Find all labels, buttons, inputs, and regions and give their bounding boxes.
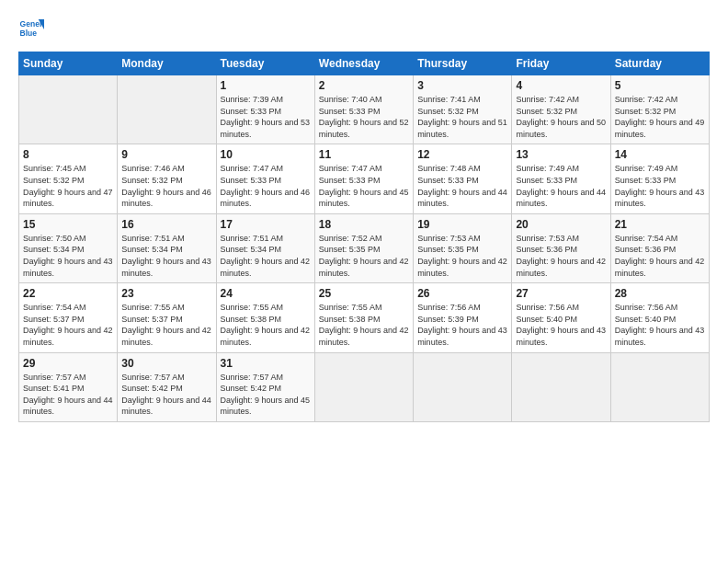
day-info: Sunrise: 7:39 AMSunset: 5:33 PMDaylight:…	[221, 94, 311, 140]
day-info: Sunrise: 7:42 AMSunset: 5:32 PMDaylight:…	[615, 94, 705, 140]
day-info: Sunrise: 7:50 AMSunset: 5:34 PMDaylight:…	[23, 233, 113, 279]
day-number: 3	[417, 79, 507, 92]
weekday-header-thursday: Thursday	[414, 52, 512, 75]
calendar-cell: 20Sunrise: 7:53 AMSunset: 5:36 PMDayligh…	[512, 213, 610, 282]
day-info: Sunrise: 7:41 AMSunset: 5:32 PMDaylight:…	[417, 94, 507, 140]
day-number: 2	[319, 79, 409, 92]
logo: General Blue	[18, 17, 48, 42]
calendar-cell: 17Sunrise: 7:51 AMSunset: 5:34 PMDayligh…	[216, 213, 314, 282]
calendar-cell: 14Sunrise: 7:49 AMSunset: 5:33 PMDayligh…	[610, 144, 709, 213]
day-info: Sunrise: 7:51 AMSunset: 5:34 PMDaylight:…	[121, 233, 211, 279]
day-number: 19	[417, 218, 507, 231]
calendar-week-3: 15Sunrise: 7:50 AMSunset: 5:34 PMDayligh…	[19, 213, 710, 282]
calendar-cell: 16Sunrise: 7:51 AMSunset: 5:34 PMDayligh…	[118, 213, 216, 282]
day-number: 30	[121, 357, 211, 370]
day-number: 22	[23, 287, 113, 300]
calendar-cell: 4Sunrise: 7:42 AMSunset: 5:32 PMDaylight…	[512, 75, 610, 144]
day-number: 21	[615, 218, 705, 231]
weekday-header-row: SundayMondayTuesdayWednesdayThursdayFrid…	[19, 52, 710, 75]
calendar-cell	[314, 352, 413, 421]
day-number: 8	[23, 148, 113, 161]
calendar-cell: 21Sunrise: 7:54 AMSunset: 5:36 PMDayligh…	[610, 213, 709, 282]
day-number: 25	[319, 287, 409, 300]
calendar-week-4: 22Sunrise: 7:54 AMSunset: 5:37 PMDayligh…	[19, 283, 710, 352]
calendar-cell: 23Sunrise: 7:55 AMSunset: 5:37 PMDayligh…	[118, 283, 216, 352]
day-number: 27	[516, 287, 606, 300]
calendar-week-1: 1Sunrise: 7:39 AMSunset: 5:33 PMDaylight…	[19, 75, 710, 144]
calendar-cell: 3Sunrise: 7:41 AMSunset: 5:32 PMDaylight…	[414, 75, 512, 144]
calendar-cell: 25Sunrise: 7:55 AMSunset: 5:38 PMDayligh…	[314, 283, 413, 352]
calendar-cell	[414, 352, 512, 421]
day-info: Sunrise: 7:47 AMSunset: 5:33 PMDaylight:…	[319, 163, 409, 209]
day-info: Sunrise: 7:46 AMSunset: 5:32 PMDaylight:…	[121, 163, 211, 209]
calendar-cell: 11Sunrise: 7:47 AMSunset: 5:33 PMDayligh…	[314, 144, 413, 213]
day-info: Sunrise: 7:53 AMSunset: 5:35 PMDaylight:…	[417, 233, 507, 279]
day-number: 9	[121, 148, 211, 161]
day-number: 15	[23, 218, 113, 231]
day-info: Sunrise: 7:55 AMSunset: 5:38 PMDaylight:…	[221, 302, 311, 348]
day-number: 12	[417, 148, 507, 161]
calendar-cell: 19Sunrise: 7:53 AMSunset: 5:35 PMDayligh…	[414, 213, 512, 282]
weekday-header-monday: Monday	[118, 52, 216, 75]
day-number: 11	[319, 148, 409, 161]
day-info: Sunrise: 7:47 AMSunset: 5:33 PMDaylight:…	[221, 163, 311, 209]
day-number: 18	[319, 218, 409, 231]
day-number: 16	[121, 218, 211, 231]
page: General Blue SundayMondayTuesdayWednesda…	[0, 0, 728, 563]
calendar-table: SundayMondayTuesdayWednesdayThursdayFrid…	[18, 52, 710, 422]
day-number: 17	[221, 218, 311, 231]
calendar-cell	[118, 75, 216, 144]
day-info: Sunrise: 7:54 AMSunset: 5:36 PMDaylight:…	[615, 233, 705, 279]
calendar-cell: 9Sunrise: 7:46 AMSunset: 5:32 PMDaylight…	[118, 144, 216, 213]
calendar-cell: 10Sunrise: 7:47 AMSunset: 5:33 PMDayligh…	[216, 144, 314, 213]
calendar-cell	[512, 352, 610, 421]
day-info: Sunrise: 7:42 AMSunset: 5:32 PMDaylight:…	[516, 94, 606, 140]
weekday-header-friday: Friday	[512, 52, 610, 75]
day-info: Sunrise: 7:55 AMSunset: 5:38 PMDaylight:…	[319, 302, 409, 348]
day-info: Sunrise: 7:56 AMSunset: 5:40 PMDaylight:…	[516, 302, 606, 348]
day-info: Sunrise: 7:57 AMSunset: 5:42 PMDaylight:…	[121, 372, 211, 418]
calendar-week-5: 29Sunrise: 7:57 AMSunset: 5:41 PMDayligh…	[19, 352, 710, 421]
day-info: Sunrise: 7:52 AMSunset: 5:35 PMDaylight:…	[319, 233, 409, 279]
day-number: 29	[23, 357, 113, 370]
day-number: 26	[417, 287, 507, 300]
calendar-cell: 24Sunrise: 7:55 AMSunset: 5:38 PMDayligh…	[216, 283, 314, 352]
day-info: Sunrise: 7:55 AMSunset: 5:37 PMDaylight:…	[121, 302, 211, 348]
day-info: Sunrise: 7:45 AMSunset: 5:32 PMDaylight:…	[23, 163, 113, 209]
day-info: Sunrise: 7:49 AMSunset: 5:33 PMDaylight:…	[615, 163, 705, 209]
calendar-cell: 22Sunrise: 7:54 AMSunset: 5:37 PMDayligh…	[19, 283, 118, 352]
day-info: Sunrise: 7:56 AMSunset: 5:40 PMDaylight:…	[615, 302, 705, 348]
calendar-cell: 27Sunrise: 7:56 AMSunset: 5:40 PMDayligh…	[512, 283, 610, 352]
calendar-cell: 8Sunrise: 7:45 AMSunset: 5:32 PMDaylight…	[19, 144, 118, 213]
calendar-cell	[19, 75, 118, 144]
calendar-cell: 26Sunrise: 7:56 AMSunset: 5:39 PMDayligh…	[414, 283, 512, 352]
weekday-header-sunday: Sunday	[19, 52, 118, 75]
calendar-cell: 30Sunrise: 7:57 AMSunset: 5:42 PMDayligh…	[118, 352, 216, 421]
day-number: 24	[221, 287, 311, 300]
calendar-cell	[610, 352, 709, 421]
day-number: 1	[221, 79, 311, 92]
calendar-cell: 15Sunrise: 7:50 AMSunset: 5:34 PMDayligh…	[19, 213, 118, 282]
day-info: Sunrise: 7:51 AMSunset: 5:34 PMDaylight:…	[221, 233, 311, 279]
weekday-header-wednesday: Wednesday	[314, 52, 413, 75]
day-info: Sunrise: 7:57 AMSunset: 5:42 PMDaylight:…	[221, 372, 311, 418]
weekday-header-saturday: Saturday	[610, 52, 709, 75]
calendar-cell: 5Sunrise: 7:42 AMSunset: 5:32 PMDaylight…	[610, 75, 709, 144]
day-info: Sunrise: 7:56 AMSunset: 5:39 PMDaylight:…	[417, 302, 507, 348]
day-info: Sunrise: 7:49 AMSunset: 5:33 PMDaylight:…	[516, 163, 606, 209]
calendar-cell: 13Sunrise: 7:49 AMSunset: 5:33 PMDayligh…	[512, 144, 610, 213]
day-info: Sunrise: 7:53 AMSunset: 5:36 PMDaylight:…	[516, 233, 606, 279]
day-info: Sunrise: 7:54 AMSunset: 5:37 PMDaylight:…	[23, 302, 113, 348]
day-number: 31	[221, 357, 311, 370]
calendar-cell: 28Sunrise: 7:56 AMSunset: 5:40 PMDayligh…	[610, 283, 709, 352]
day-info: Sunrise: 7:57 AMSunset: 5:41 PMDaylight:…	[23, 372, 113, 418]
calendar-week-2: 8Sunrise: 7:45 AMSunset: 5:32 PMDaylight…	[19, 144, 710, 213]
day-number: 14	[615, 148, 705, 161]
header: General Blue	[18, 17, 710, 42]
calendar-cell: 31Sunrise: 7:57 AMSunset: 5:42 PMDayligh…	[216, 352, 314, 421]
calendar-cell: 18Sunrise: 7:52 AMSunset: 5:35 PMDayligh…	[314, 213, 413, 282]
calendar-cell: 1Sunrise: 7:39 AMSunset: 5:33 PMDaylight…	[216, 75, 314, 144]
day-number: 23	[121, 287, 211, 300]
day-number: 13	[516, 148, 606, 161]
day-number: 28	[615, 287, 705, 300]
